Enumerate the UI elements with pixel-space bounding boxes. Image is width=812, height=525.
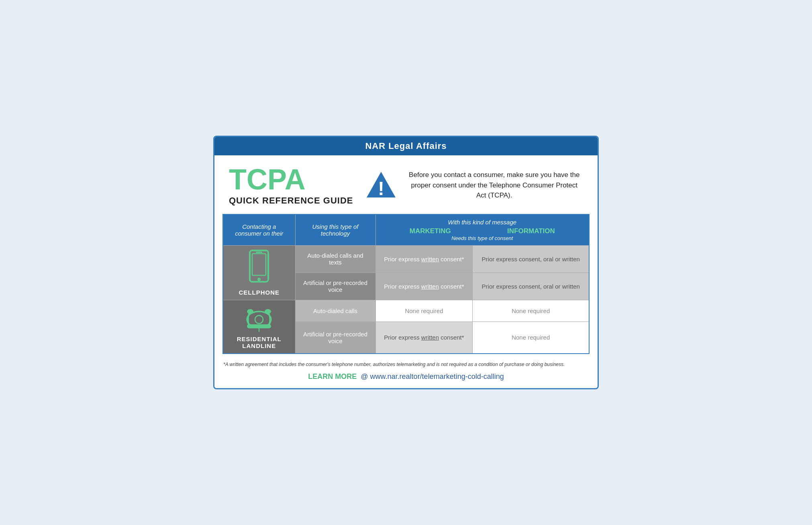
main-card: NAR Legal Affairs TCPA QUICK REFERENCE G… bbox=[213, 136, 599, 390]
landline-marketing1: None required bbox=[375, 300, 473, 322]
col1-header: Contacting a consumer on their bbox=[223, 214, 295, 246]
cellphone-row1: CELLPHONE Auto-dialed calls and texts Pr… bbox=[223, 245, 589, 273]
footnote: *A written agreement that includes the c… bbox=[214, 358, 598, 370]
main-table: Contacting a consumer on their Using thi… bbox=[222, 214, 590, 354]
warning-icon: ! bbox=[365, 169, 397, 202]
learn-more-url[interactable]: @ www.nar.realtor/telemarketing-cold-cal… bbox=[359, 372, 504, 381]
col2-header: Using this type of technology bbox=[295, 214, 375, 246]
col-message-label: With this kind of message bbox=[382, 219, 583, 226]
col-marketing-label: MARKETING bbox=[410, 227, 451, 235]
header-title: NAR Legal Affairs bbox=[365, 141, 447, 151]
svg-point-8 bbox=[255, 315, 263, 324]
learn-more[interactable]: LEARN MORE @ www.nar.realtor/telemarketi… bbox=[214, 369, 598, 388]
landline-info1: None required bbox=[473, 300, 589, 322]
header-bar: NAR Legal Affairs bbox=[214, 137, 598, 155]
cellphone-marketing1: Prior express written consent* bbox=[375, 245, 473, 273]
tcpa-title: TCPA bbox=[229, 165, 353, 194]
landline-marketing2: Prior express written consent* bbox=[375, 322, 473, 353]
table-wrapper: Contacting a consumer on their Using thi… bbox=[214, 214, 598, 358]
svg-rect-5 bbox=[256, 252, 262, 253]
landline-tech2: Artificial or pre-recorded voice bbox=[295, 322, 375, 353]
svg-point-4 bbox=[257, 278, 261, 281]
landline-row1: RESIDENTIALLANDLINE Auto-dialed calls No… bbox=[223, 300, 589, 322]
with-message-header: With this kind of message MARKETING INFO… bbox=[375, 214, 589, 246]
cellphone-info1: Prior express consent, oral or written bbox=[473, 245, 589, 273]
landline-info2: None required bbox=[473, 322, 589, 353]
col-information-label: INFORMATION bbox=[507, 227, 555, 235]
landline-label: RESIDENTIALLANDLINE bbox=[229, 336, 290, 349]
warning-block: ! Before you contact a consumer, make su… bbox=[365, 169, 583, 202]
col-needs-label: Needs this type of consent bbox=[382, 235, 583, 241]
svg-rect-7 bbox=[247, 324, 271, 328]
cellphone-info2: Prior express consent, oral or written bbox=[473, 273, 589, 300]
svg-point-9 bbox=[247, 309, 253, 314]
landline-device-cell: RESIDENTIALLANDLINE bbox=[223, 300, 295, 354]
learn-more-label[interactable]: LEARN MORE bbox=[308, 372, 357, 381]
cellphone-marketing2: Prior express written consent* bbox=[375, 273, 473, 300]
cellphone-tech2: Artificial or pre-recorded voice bbox=[295, 273, 375, 300]
landline-tech1: Auto-dialed calls bbox=[295, 300, 375, 322]
top-section: TCPA QUICK REFERENCE GUIDE ! Before you … bbox=[214, 155, 598, 214]
svg-rect-3 bbox=[252, 254, 266, 275]
subtitle: QUICK REFERENCE GUIDE bbox=[229, 195, 353, 206]
svg-text:!: ! bbox=[378, 178, 384, 199]
warning-text: Before you contact a consumer, make sure… bbox=[405, 170, 583, 201]
svg-point-10 bbox=[265, 309, 271, 314]
cellphone-device-cell: CELLPHONE bbox=[223, 245, 295, 300]
title-block: TCPA QUICK REFERENCE GUIDE bbox=[229, 165, 353, 206]
cellphone-label: CELLPHONE bbox=[229, 289, 290, 296]
cellphone-tech1: Auto-dialed calls and texts bbox=[295, 245, 375, 273]
